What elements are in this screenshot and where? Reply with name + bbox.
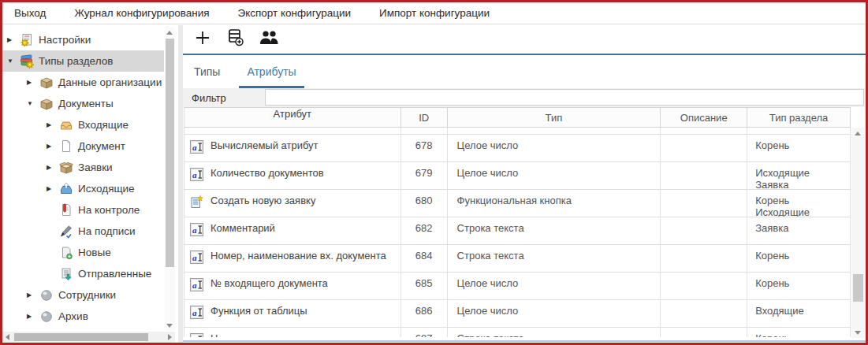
chevron-expanded-icon[interactable]: ▼ bbox=[27, 100, 39, 107]
sidebar-item[interactable]: ▶Архив bbox=[2, 306, 164, 327]
type-cell: Строка текста bbox=[448, 217, 661, 244]
table-add-button[interactable] bbox=[225, 29, 246, 50]
table-row[interactable]: aН687Строка текстаКорень bbox=[184, 328, 851, 337]
pen-icon bbox=[59, 224, 76, 239]
chevron-expanded-icon[interactable]: ▼ bbox=[7, 58, 20, 65]
svg-text:a: a bbox=[192, 143, 197, 152]
tab-types[interactable]: Типы bbox=[186, 57, 228, 88]
sidebar-item[interactable]: Отправленные bbox=[2, 263, 164, 284]
column-header[interactable]: ID bbox=[401, 108, 448, 127]
table-vscroll-thumb[interactable] bbox=[853, 274, 863, 302]
doc-flag-icon bbox=[59, 203, 76, 217]
sidebar-vscroll-thumb[interactable] bbox=[166, 39, 174, 267]
section-type-value: Корень bbox=[755, 250, 850, 262]
table-row[interactable]: Создать новую заявку680Функциональная кн… bbox=[184, 190, 851, 217]
section-type-value: Входящие bbox=[755, 305, 850, 317]
table-cell bbox=[401, 128, 448, 134]
description-cell bbox=[661, 273, 747, 299]
sidebar-item[interactable]: ▶Данные организации bbox=[2, 72, 164, 93]
table-row[interactable]: aКомментарий682Строка текстаЗаявка bbox=[184, 217, 851, 245]
column-header[interactable]: Атрибут bbox=[184, 108, 401, 127]
attribute-cell: Создать новую заявку bbox=[184, 190, 401, 217]
chevron-collapsed-icon[interactable]: ▶ bbox=[47, 121, 59, 128]
text-attribute-icon: a bbox=[190, 333, 203, 337]
menu-item[interactable]: Выход bbox=[14, 7, 46, 19]
table-add-icon bbox=[226, 28, 245, 50]
sidebar-vertical-scrollbar[interactable] bbox=[165, 27, 175, 331]
scroll-right-icon[interactable] bbox=[168, 334, 172, 340]
sidebar-item[interactable]: На подписи bbox=[2, 221, 164, 242]
menu-item[interactable]: Журнал конфигурирования bbox=[74, 7, 209, 19]
sidebar-item[interactable]: ▶Исходящие bbox=[2, 178, 164, 199]
sidebar-item[interactable]: ▶Входящие bbox=[2, 114, 164, 135]
sidebar-item[interactable]: ▶Настройки bbox=[2, 29, 164, 50]
chevron-collapsed-icon[interactable]: ▶ bbox=[7, 36, 20, 43]
sidebar-item-label: Сотрудники bbox=[57, 289, 116, 301]
menu-item[interactable]: Экспорт конфигурации bbox=[238, 7, 352, 19]
sidebar-hscroll-thumb[interactable] bbox=[14, 333, 148, 341]
type-cell: Строка текста bbox=[448, 328, 661, 337]
table-cell bbox=[448, 128, 661, 134]
scroll-left-icon[interactable] bbox=[6, 334, 9, 340]
id-cell: 682 bbox=[401, 217, 448, 244]
id-cell: 686 bbox=[401, 300, 448, 327]
sidebar-item[interactable]: ▼Документы bbox=[2, 93, 164, 114]
table-row[interactable]: aВычисляемый атрибут678Целое числоКорень bbox=[184, 135, 851, 162]
sidebar-splitter[interactable] bbox=[175, 25, 183, 343]
column-header[interactable]: Тип раздела bbox=[747, 108, 851, 127]
document-icon bbox=[59, 139, 76, 154]
sidebar-item[interactable]: ▼Типы разделов bbox=[2, 50, 164, 72]
sidebar-item-label: Настройки bbox=[37, 34, 91, 46]
outbox-tray-icon bbox=[59, 182, 76, 196]
scroll-down-icon[interactable] bbox=[855, 331, 861, 335]
description-cell bbox=[661, 328, 747, 337]
type-cell: Функциональная кнопка bbox=[448, 190, 661, 217]
sidebar-item-label: Данные организации bbox=[57, 76, 162, 88]
description-cell bbox=[661, 190, 747, 217]
sidebar-horizontal-scrollbar[interactable] bbox=[2, 332, 175, 343]
table-row[interactable]: aКоличество документов679Целое числоИсхо… bbox=[184, 162, 851, 190]
sidebar-item[interactable]: ▶Документ bbox=[2, 135, 164, 157]
type-cell: Целое число bbox=[448, 162, 661, 189]
tab-bar: ТипыАтрибуты bbox=[183, 57, 866, 88]
section-type-cell: Заявка bbox=[747, 217, 851, 244]
chevron-collapsed-icon[interactable]: ▶ bbox=[47, 164, 59, 171]
box-closed-icon bbox=[39, 76, 57, 90]
filter-label: Фильтр bbox=[183, 92, 226, 104]
svg-text:a: a bbox=[192, 308, 197, 317]
users-button[interactable] bbox=[259, 29, 279, 50]
chevron-collapsed-icon[interactable]: ▶ bbox=[27, 313, 39, 320]
type-cell: Целое число bbox=[448, 300, 661, 327]
chevron-collapsed-icon[interactable]: ▶ bbox=[47, 143, 59, 150]
table-vertical-scrollbar[interactable] bbox=[851, 128, 865, 338]
column-header[interactable]: Описание bbox=[661, 108, 747, 127]
tab-attributes[interactable]: Атрибуты bbox=[239, 57, 304, 88]
table-row[interactable]: a№ входящего документа685Целое числоКоре… bbox=[184, 273, 851, 300]
sidebar-item-label: Типы разделов bbox=[37, 55, 113, 67]
description-cell bbox=[661, 300, 747, 327]
section-type-value: Исходящие bbox=[755, 167, 850, 179]
table-row[interactable]: aФункция от таблицы686Целое числоВходящи… bbox=[184, 300, 851, 328]
sidebar-item[interactable]: Новые bbox=[2, 242, 164, 263]
sidebar-item[interactable]: ▶Сотрудники bbox=[2, 284, 164, 306]
scroll-up-icon[interactable] bbox=[166, 31, 173, 35]
scroll-up-icon[interactable] bbox=[855, 132, 861, 135]
chevron-collapsed-icon[interactable]: ▶ bbox=[47, 185, 59, 192]
section-type-cell: КореньИсходящие bbox=[747, 190, 851, 217]
filter-input[interactable] bbox=[265, 89, 864, 106]
attributes-table: АтрибутIDТипОписаниеТип раздела aВычисля… bbox=[184, 107, 851, 337]
column-header[interactable]: Тип bbox=[448, 108, 661, 127]
scroll-down-icon[interactable] bbox=[166, 324, 173, 328]
sidebar-item-label: Входящие bbox=[76, 119, 129, 131]
chevron-collapsed-icon[interactable]: ▶ bbox=[27, 79, 39, 86]
sidebar-item[interactable]: ▶Заявки bbox=[2, 157, 164, 178]
menu-item[interactable]: Импорт конфигурации bbox=[379, 7, 490, 19]
table-cell bbox=[661, 128, 747, 134]
attribute-name: Н bbox=[210, 332, 218, 337]
sidebar-item[interactable]: На контроле bbox=[2, 199, 164, 221]
svg-text:a: a bbox=[192, 170, 197, 180]
table-row[interactable]: aНомер, наименование вх. документа684Стр… bbox=[184, 245, 851, 273]
chevron-collapsed-icon[interactable]: ▶ bbox=[27, 291, 39, 299]
plus-button[interactable] bbox=[192, 29, 213, 50]
svg-text:a: a bbox=[192, 225, 197, 235]
